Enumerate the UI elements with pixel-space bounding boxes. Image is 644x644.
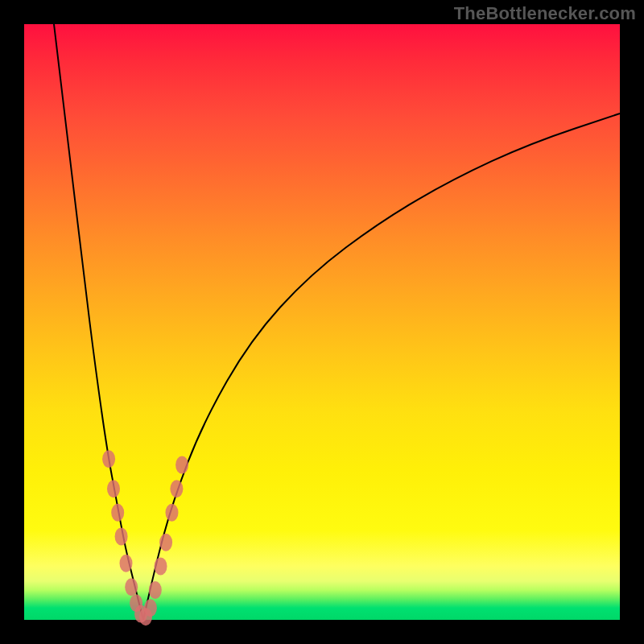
sample-point-markers bbox=[102, 450, 188, 625]
sample-point bbox=[125, 578, 138, 596]
sample-point bbox=[166, 504, 179, 522]
series-left-branch bbox=[54, 24, 143, 620]
sample-point bbox=[144, 599, 157, 617]
sample-point bbox=[170, 480, 183, 497]
series-right-branch bbox=[143, 114, 620, 620]
sample-point bbox=[120, 555, 133, 572]
sample-point bbox=[149, 581, 162, 599]
sample-point bbox=[111, 504, 124, 522]
sample-point bbox=[107, 480, 120, 497]
sample-point bbox=[175, 456, 188, 474]
sample-point bbox=[159, 534, 172, 551]
plot-area bbox=[24, 24, 620, 620]
watermark-text: TheBottlenecker.com bbox=[454, 3, 636, 24]
chart-svg bbox=[24, 24, 620, 620]
sample-point bbox=[102, 450, 115, 468]
chart-frame: TheBottlenecker.com bbox=[0, 0, 644, 644]
sample-point bbox=[115, 527, 128, 545]
sample-point bbox=[155, 557, 167, 575]
